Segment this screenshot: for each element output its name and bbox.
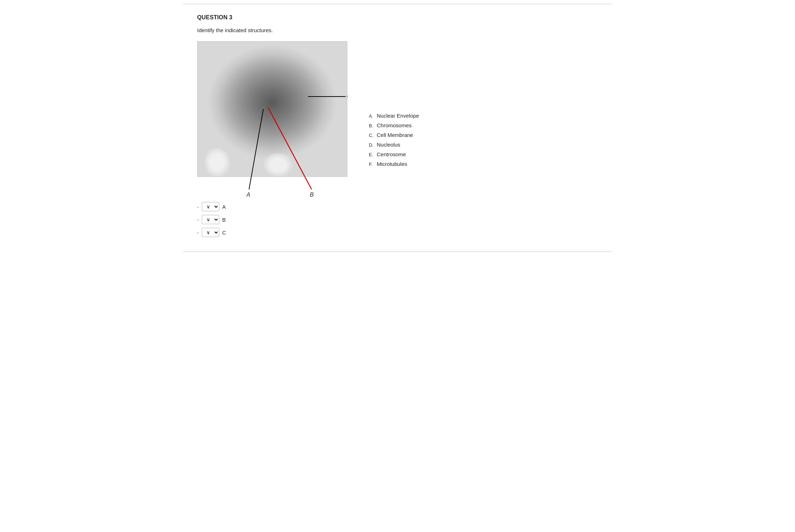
answer-option-c: C. Cell Membrane <box>369 132 462 138</box>
dropdown-row-a: - ∨ A B C D E F A <box>197 202 226 211</box>
option-letter-c: C. <box>369 133 375 138</box>
option-text-f: Microtubules <box>377 161 407 167</box>
label-a: A <box>246 192 250 198</box>
answer-options: A. Nuclear Envelope B. Chromosomes C. Ce… <box>369 113 462 167</box>
dropdown-row-b: - ∨ A B C D E F B <box>197 215 226 224</box>
answer-option-a: A. Nuclear Envelope <box>369 113 462 119</box>
answer-option-f: F. Microtubules <box>369 161 462 167</box>
image-area: C A B <box>197 41 347 191</box>
answer-option-d: D. Nucleolus <box>369 142 462 148</box>
answer-option-b: B. Chromosomes <box>369 122 462 128</box>
option-letter-b: B. <box>369 123 375 128</box>
option-text-b: Chromosomes <box>377 122 412 128</box>
option-letter-f: F. <box>369 162 375 167</box>
cell-image <box>197 41 347 177</box>
answer-option-e: E. Centrosome <box>369 151 462 157</box>
dropdown-select-c[interactable]: ∨ A B C D E F <box>202 228 219 237</box>
dropdown-row-c: - ∨ A B C D E F C <box>197 228 226 237</box>
label-b: B <box>310 192 314 198</box>
option-text-e: Centrosome <box>377 151 406 157</box>
question-instruction: Identify the indicated structures. <box>197 27 598 33</box>
main-content: C A B - ∨ A B C <box>197 41 598 237</box>
option-letter-a: A. <box>369 113 375 119</box>
option-text-a: Nuclear Envelope <box>377 113 419 119</box>
option-letter-e: E. <box>369 152 375 157</box>
option-text-c: Cell Membrane <box>377 132 413 138</box>
dash-b: - <box>197 217 199 223</box>
dropdown-label-a: A <box>222 204 226 210</box>
dash-c: - <box>197 230 199 236</box>
dropdown-label-b: B <box>222 217 226 223</box>
option-letter-d: D. <box>369 142 375 148</box>
dropdown-select-b[interactable]: ∨ A B C D E F <box>202 215 219 224</box>
page-container: QUESTION 3 Identify the indicated struct… <box>183 4 612 252</box>
dropdown-select-a[interactable]: ∨ A B C D E F <box>202 202 219 211</box>
question-title: QUESTION 3 <box>197 14 598 21</box>
dropdown-label-c: C <box>222 230 226 236</box>
dropdowns-section: - ∨ A B C D E F A - ∨ <box>197 202 226 237</box>
right-section: A. Nuclear Envelope B. Chromosomes C. Ce… <box>369 41 462 167</box>
dash-a: - <box>197 204 199 210</box>
left-section: C A B - ∨ A B C <box>197 41 347 237</box>
option-text-d: Nucleolus <box>377 142 400 148</box>
